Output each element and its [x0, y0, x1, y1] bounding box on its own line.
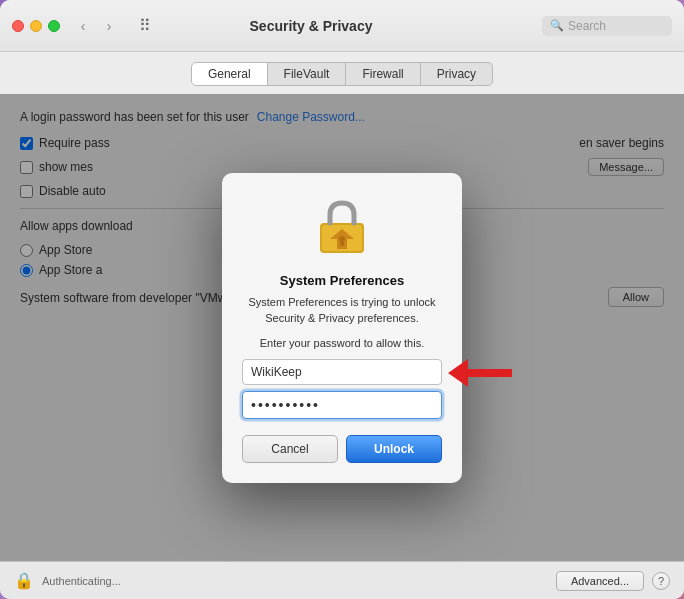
arrow-head — [448, 359, 468, 387]
advanced-button[interactable]: Advanced... — [556, 571, 644, 591]
minimize-button[interactable] — [30, 20, 42, 32]
arrow-shaft — [468, 369, 512, 377]
red-arrow — [448, 359, 512, 387]
search-icon: 🔍 — [550, 19, 564, 32]
dialog-buttons: Cancel Unlock — [242, 435, 442, 463]
tab-privacy[interactable]: Privacy — [421, 62, 493, 86]
titlebar: ‹ › ⠿ Security & Privacy 🔍 Search — [0, 0, 684, 52]
tab-general[interactable]: General — [191, 62, 268, 86]
main-content: A login password has been set for this u… — [0, 94, 684, 561]
lock-icon — [316, 197, 368, 257]
lock-status-icon: 🔒 — [14, 571, 34, 590]
help-button[interactable]: ? — [652, 572, 670, 590]
bottom-bar: 🔒 Authenticating... Advanced... ? — [0, 561, 684, 599]
tabs-bar: General FileVault Firewall Privacy — [0, 52, 684, 94]
traffic-lights — [12, 20, 60, 32]
dialog-description: System Preferences is trying to unlock S… — [242, 294, 442, 327]
tab-firewall[interactable]: Firewall — [346, 62, 420, 86]
authenticating-text: Authenticating... — [42, 575, 121, 587]
unlock-dialog: System Preferences System Preferences is… — [222, 173, 462, 483]
search-placeholder: Search — [568, 19, 606, 33]
lock-icon-wrapper — [242, 197, 442, 261]
search-box[interactable]: 🔍 Search — [542, 16, 672, 36]
password-field[interactable] — [242, 391, 442, 419]
svg-rect-5 — [340, 241, 344, 246]
window-title: Security & Privacy — [88, 18, 534, 34]
cancel-button[interactable]: Cancel — [242, 435, 338, 463]
unlock-button[interactable]: Unlock — [346, 435, 442, 463]
tab-filevault[interactable]: FileVault — [268, 62, 347, 86]
maximize-button[interactable] — [48, 20, 60, 32]
close-button[interactable] — [12, 20, 24, 32]
username-field[interactable] — [242, 359, 442, 385]
dialog-prompt: Enter your password to allow this. — [242, 337, 442, 349]
main-window: ‹ › ⠿ Security & Privacy 🔍 Search Genera… — [0, 0, 684, 599]
dialog-title: System Preferences — [242, 273, 442, 288]
modal-overlay: System Preferences System Preferences is… — [0, 94, 684, 561]
